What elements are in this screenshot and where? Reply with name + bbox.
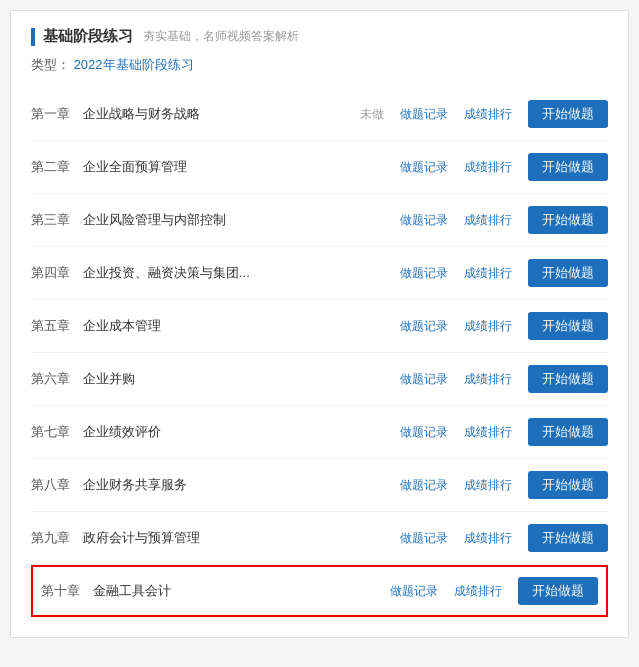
chapter-row: 第九章政府会计与预算管理做题记录成绩排行开始做题 bbox=[31, 512, 608, 565]
start-button[interactable]: 开始做题 bbox=[528, 365, 608, 393]
ranking-link[interactable]: 成绩排行 bbox=[464, 265, 512, 282]
chapter-name: 金融工具会计 bbox=[93, 582, 390, 600]
record-link[interactable]: 做题记录 bbox=[400, 212, 448, 229]
start-button[interactable]: 开始做题 bbox=[528, 206, 608, 234]
chapter-number: 第一章 bbox=[31, 105, 83, 123]
record-link[interactable]: 做题记录 bbox=[400, 265, 448, 282]
ranking-link[interactable]: 成绩排行 bbox=[464, 106, 512, 123]
start-button[interactable]: 开始做题 bbox=[528, 259, 608, 287]
record-link[interactable]: 做题记录 bbox=[400, 318, 448, 335]
chapter-number: 第八章 bbox=[31, 476, 83, 494]
main-container: 基础阶段练习 夯实基础，名师视频答案解析 类型： 2022年基础阶段练习 第一章… bbox=[10, 10, 629, 638]
chapter-row: 第二章企业全面预算管理做题记录成绩排行开始做题 bbox=[31, 141, 608, 194]
chapter-name: 企业成本管理 bbox=[83, 317, 400, 335]
chapter-row: 第五章企业成本管理做题记录成绩排行开始做题 bbox=[31, 300, 608, 353]
chapter-number: 第五章 bbox=[31, 317, 83, 335]
chapter-name: 企业全面预算管理 bbox=[83, 158, 400, 176]
ranking-link[interactable]: 成绩排行 bbox=[464, 424, 512, 441]
record-link[interactable]: 做题记录 bbox=[400, 159, 448, 176]
chapter-number: 第七章 bbox=[31, 423, 83, 441]
chapter-name: 企业并购 bbox=[83, 370, 400, 388]
chapter-name: 企业绩效评价 bbox=[83, 423, 400, 441]
chapter-number: 第九章 bbox=[31, 529, 83, 547]
ranking-link[interactable]: 成绩排行 bbox=[464, 318, 512, 335]
chapter-name: 企业财务共享服务 bbox=[83, 476, 400, 494]
record-link[interactable]: 做题记录 bbox=[400, 371, 448, 388]
chapter-number: 第四章 bbox=[31, 264, 83, 282]
ranking-link[interactable]: 成绩排行 bbox=[464, 371, 512, 388]
record-link[interactable]: 做题记录 bbox=[390, 583, 438, 600]
ranking-link[interactable]: 成绩排行 bbox=[464, 477, 512, 494]
chapter-row: 第七章企业绩效评价做题记录成绩排行开始做题 bbox=[31, 406, 608, 459]
filter-value-link[interactable]: 2022年基础阶段练习 bbox=[74, 57, 194, 72]
ranking-link[interactable]: 成绩排行 bbox=[464, 530, 512, 547]
start-button[interactable]: 开始做题 bbox=[528, 524, 608, 552]
start-button[interactable]: 开始做题 bbox=[528, 100, 608, 128]
chapter-status: 未做 bbox=[360, 106, 384, 123]
record-link[interactable]: 做题记录 bbox=[400, 424, 448, 441]
chapter-row: 第四章企业投资、融资决策与集团...做题记录成绩排行开始做题 bbox=[31, 247, 608, 300]
start-button[interactable]: 开始做题 bbox=[528, 418, 608, 446]
chapter-row: 第八章企业财务共享服务做题记录成绩排行开始做题 bbox=[31, 459, 608, 512]
ranking-link[interactable]: 成绩排行 bbox=[454, 583, 502, 600]
chapter-list: 第一章企业战略与财务战略未做做题记录成绩排行开始做题第二章企业全面预算管理做题记… bbox=[31, 88, 608, 617]
ranking-link[interactable]: 成绩排行 bbox=[464, 212, 512, 229]
filter-row: 类型： 2022年基础阶段练习 bbox=[31, 56, 608, 74]
chapter-row: 第十章金融工具会计做题记录成绩排行开始做题 bbox=[31, 565, 608, 617]
filter-label: 类型： bbox=[31, 57, 70, 72]
section-header: 基础阶段练习 夯实基础，名师视频答案解析 bbox=[31, 27, 608, 46]
record-link[interactable]: 做题记录 bbox=[400, 477, 448, 494]
chapter-row: 第六章企业并购做题记录成绩排行开始做题 bbox=[31, 353, 608, 406]
start-button[interactable]: 开始做题 bbox=[528, 312, 608, 340]
start-button[interactable]: 开始做题 bbox=[528, 153, 608, 181]
record-link[interactable]: 做题记录 bbox=[400, 530, 448, 547]
chapter-number: 第六章 bbox=[31, 370, 83, 388]
chapter-number: 第三章 bbox=[31, 211, 83, 229]
chapter-name: 企业投资、融资决策与集团... bbox=[83, 264, 400, 282]
title-bar-accent bbox=[31, 28, 35, 46]
record-link[interactable]: 做题记录 bbox=[400, 106, 448, 123]
chapter-name: 企业战略与财务战略 bbox=[83, 105, 360, 123]
chapter-number: 第二章 bbox=[31, 158, 83, 176]
chapter-row: 第一章企业战略与财务战略未做做题记录成绩排行开始做题 bbox=[31, 88, 608, 141]
start-button[interactable]: 开始做题 bbox=[518, 577, 598, 605]
chapter-row: 第三章企业风险管理与内部控制做题记录成绩排行开始做题 bbox=[31, 194, 608, 247]
section-title: 基础阶段练习 bbox=[43, 27, 133, 46]
chapter-number: 第十章 bbox=[41, 582, 93, 600]
section-subtitle: 夯实基础，名师视频答案解析 bbox=[143, 28, 299, 45]
start-button[interactable]: 开始做题 bbox=[528, 471, 608, 499]
chapter-name: 企业风险管理与内部控制 bbox=[83, 211, 400, 229]
ranking-link[interactable]: 成绩排行 bbox=[464, 159, 512, 176]
chapter-name: 政府会计与预算管理 bbox=[83, 529, 400, 547]
